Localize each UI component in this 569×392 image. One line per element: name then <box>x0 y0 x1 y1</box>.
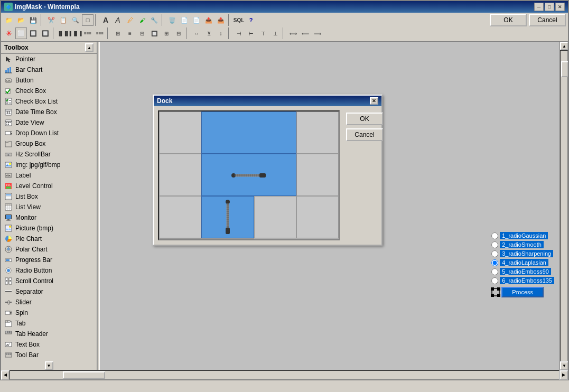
tool-image[interactable]: Img: jpg/gif/bmp <box>1 160 97 170</box>
dock-cell-0-1[interactable] <box>296 111 339 154</box>
tb2-13[interactable]: ⊟ <box>173 27 184 39</box>
dock-cell-1-0[interactable] <box>159 196 201 238</box>
radio-emboss90[interactable] <box>491 268 498 275</box>
del1-button[interactable]: 🗑️ <box>166 14 178 26</box>
tb2-1[interactable]: ⬜ <box>15 27 27 39</box>
tool-toolbar[interactable]: Tool Bar <box>1 350 97 360</box>
scrollbar-left-button[interactable]: ◀ <box>1 370 10 380</box>
new-button[interactable]: 📁 <box>3 14 15 26</box>
dock-close-button[interactable]: ✕ <box>370 97 378 105</box>
toolbox-scroll-up[interactable]: ▲ <box>85 43 94 52</box>
dock-cell-top-center[interactable] <box>201 111 296 154</box>
help-button[interactable]: ? <box>245 14 257 26</box>
radio-sharpening[interactable] <box>491 250 498 257</box>
highlight-button[interactable]: 🖊 <box>124 14 136 26</box>
canvas-area[interactable]: Dock ✕ <box>100 42 559 370</box>
tb2-16[interactable]: ↕ <box>215 27 227 39</box>
text-a-button[interactable]: A <box>100 14 111 26</box>
dock-ok-button[interactable]: OK <box>346 113 383 125</box>
tool-dropdown[interactable]: Drop Down List <box>1 128 97 138</box>
dock-cell-2-0[interactable] <box>296 196 339 238</box>
process-button[interactable]: Process <box>501 287 544 297</box>
tool-monitor[interactable]: Monitor <box>1 212 97 223</box>
tool-listbox[interactable]: List Box <box>1 191 97 202</box>
export1-button[interactable]: 📤 <box>203 14 214 26</box>
tool-checkbox[interactable]: Check Box <box>1 86 97 96</box>
tb2-4[interactable]: ▐▌▐▌ <box>58 27 69 39</box>
export2-button[interactable]: 📤 <box>215 14 227 26</box>
tb2-7[interactable]: ≡≡≡ <box>94 27 106 39</box>
sql-button[interactable]: SQL <box>233 14 245 26</box>
text-a2-button[interactable]: A <box>112 14 124 26</box>
cut-button[interactable]: ✂️ <box>45 14 57 26</box>
tb2-18[interactable]: ⊢ <box>245 27 257 39</box>
tb2-10[interactable]: ⊟ <box>136 27 148 39</box>
tool-piechart[interactable]: Pie Chart <box>1 234 97 244</box>
tool-label[interactable]: abc Label <box>1 170 97 181</box>
tb2-8[interactable]: ⊞ <box>112 27 124 39</box>
dock-cancel-button[interactable]: Cancel <box>346 128 383 141</box>
tool-levelcontrol[interactable]: LVL Level Control <box>1 181 97 191</box>
tool-slider[interactable]: Slider <box>1 297 97 307</box>
tool-picture[interactable]: Picture (bmp) <box>1 223 97 234</box>
radio-smooth[interactable] <box>491 241 498 248</box>
radio-laplasian[interactable] <box>491 259 498 266</box>
tb2-5[interactable]: ▌▐▌▐ <box>70 27 81 39</box>
tool-tabheader[interactable]: Tab Header <box>1 329 97 339</box>
tb2-14[interactable]: ↔ <box>191 27 202 39</box>
tb2-15[interactable]: ⊻ <box>203 27 214 39</box>
special-btn[interactable]: ✳ <box>3 27 15 39</box>
open-button[interactable]: 📂 <box>15 14 27 26</box>
tool-progressbar[interactable]: Progress Bar <box>1 255 97 265</box>
radio-gaussian[interactable] <box>491 232 498 239</box>
dock-cell-1-3[interactable] <box>254 196 296 238</box>
tool-listview[interactable]: List View <box>1 202 97 212</box>
tool-checkboxlist[interactable]: Check Box List <box>1 96 97 107</box>
tool-pointer[interactable]: Pointer <box>1 54 97 64</box>
toolbox-scroll-down[interactable]: ▼ <box>45 361 53 370</box>
cancel-button[interactable]: Cancel <box>529 14 566 26</box>
tool-groupbox[interactable]: grp Group Box <box>1 138 97 149</box>
tb2-22[interactable]: ⟸ <box>300 27 311 39</box>
paint-button[interactable]: 🖌 <box>136 14 148 26</box>
tool-button[interactable]: OK Button <box>1 75 97 86</box>
tool-textbox[interactable]: al Text Box <box>1 339 97 350</box>
save-button[interactable]: 💾 <box>27 14 39 26</box>
dock-cell-0-3[interactable] <box>296 154 339 196</box>
toolbox-scroll-area[interactable]: Pointer Bar Chart <box>1 54 97 361</box>
scrollbar-up-button[interactable]: ▲ <box>560 42 568 50</box>
tb2-9[interactable]: ≡ <box>124 27 136 39</box>
minimize-button[interactable]: ─ <box>534 3 544 11</box>
tb2-12[interactable]: ⊞ <box>161 27 172 39</box>
dock-cell-2-2[interactable] <box>159 238 201 239</box>
tb2-20[interactable]: ⊥ <box>269 27 281 39</box>
ok-button[interactable]: OK <box>490 14 527 26</box>
scrollbar-track-v[interactable] <box>560 50 568 361</box>
radio-emboss135[interactable] <box>491 277 498 284</box>
tool-dateview[interactable]: Date View <box>1 117 97 128</box>
tool-bar-chart[interactable]: Bar Chart <box>1 64 97 75</box>
tb2-23[interactable]: ⟹ <box>312 27 323 39</box>
rect-button[interactable]: □ <box>82 14 94 26</box>
tb2-2[interactable]: 🔲 <box>27 27 39 39</box>
scrollbar-track-h[interactable] <box>10 370 559 380</box>
tb2-17[interactable]: ⊣ <box>233 27 245 39</box>
tool-spin[interactable]: ▲ ▼ Spin <box>1 307 97 318</box>
scrollbar-thumb-h[interactable] <box>63 371 105 379</box>
tool-button[interactable]: 🔧 <box>148 14 160 26</box>
tool-separator[interactable]: Separator <box>1 286 97 297</box>
tool-tab[interactable]: Tab <box>1 318 97 329</box>
scrollbar-right-button[interactable]: ▶ <box>559 370 568 380</box>
tb2-21[interactable]: ⟺ <box>287 27 299 39</box>
tool-scrollcontrol[interactable]: Scroll Control <box>1 276 97 286</box>
tool-hscrollbar[interactable]: ≡ Hz ScrollBar <box>1 149 97 160</box>
scrollbar-down-button[interactable]: ▼ <box>560 361 568 370</box>
dock-cell-2-3[interactable] <box>201 238 254 239</box>
dock-cell-center[interactable] <box>201 154 296 196</box>
tool-radiobutton[interactable]: Radio Button <box>1 265 97 276</box>
tb2-11[interactable]: 🔲 <box>148 27 160 39</box>
maximize-button[interactable]: □ <box>545 3 554 11</box>
doc1-button[interactable]: 📄 <box>179 14 190 26</box>
dock-cell-0-0[interactable] <box>159 111 201 154</box>
scrollbar-thumb-v[interactable] <box>561 61 568 77</box>
